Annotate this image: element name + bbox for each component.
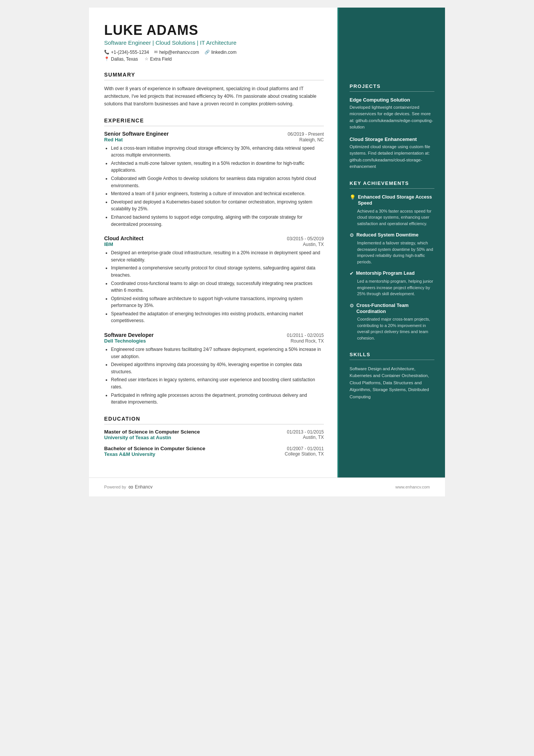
footer: Powered by ∞ Enhancv www.enhancv.com [89,477,445,496]
education-section: EDUCATION Master of Science in Computer … [104,416,324,457]
phone-item: 📞 +1-(234)-555-1234 [104,50,149,55]
job-1-location: Raleigh, NC [299,137,324,142]
job-3-bullets: Engineered core software features facili… [104,346,324,406]
edu-2-dates: 01/2007 - 01/2011 [287,446,324,451]
education-title: EDUCATION [104,416,324,424]
summary-text: With over 8 years of experience in softw… [104,85,324,108]
extra-field-text: Extra Field [150,56,172,62]
email-item: ✉ help@enhancv.com [154,50,199,55]
achievement-1-title: Enhanced Cloud Storage Access Speed [358,194,434,207]
summary-section: SUMMARY With over 8 years of experience … [104,72,324,108]
list-item: Developed and deployed a Kubernetes-base… [111,199,324,213]
achievement-2-desc: Implemented a failover strategy, which d… [350,240,434,265]
job-3-header: Software Developer 01/2011 - 02/2015 [104,332,324,338]
list-item: Collaborated with Google Anthos to devel… [111,175,324,189]
job-3-company-row: Dell Technologies Round Rock, TX [104,338,324,344]
enhancv-icon: ∞ [128,483,133,491]
job-1-company-row: Red Hat Raleigh, NC [104,137,324,142]
project-1: Edge Computing Solution Developed lightw… [350,97,434,130]
enhancv-logo: ∞ Enhancv [128,483,153,491]
footer-website: www.enhancv.com [395,485,430,489]
skills-section: SKILLS Software Design and Architecture,… [350,352,434,400]
achievement-4: ⚙ Cross-Functional Team Coordination Coo… [350,302,434,341]
achievement-4-icon: ⚙ [350,303,354,309]
header: LUKE ADAMS Software Engineer | Cloud Sol… [104,23,324,62]
edu-2: Bachelor of Science in Computer Science … [104,446,324,457]
job-3-title: Software Developer [104,332,154,338]
extra-field-item: ☆ Extra Field [145,56,172,62]
header-subtitle: Software Engineer | Cloud Solutions | IT… [104,39,324,46]
edu-2-degree: Bachelor of Science in Computer Science [104,446,205,451]
edu-2-header: Bachelor of Science in Computer Science … [104,446,324,451]
achievement-2-header: ⚙ Reduced System Downtime [350,232,434,238]
resume-wrapper: LUKE ADAMS Software Engineer | Cloud Sol… [89,8,445,496]
job-1: Senior Software Engineer 06/2019 - Prese… [104,131,324,228]
star-icon: ☆ [145,56,148,61]
job-1-bullets: Led a cross-team initiative improving cl… [104,145,324,228]
job-2-dates: 03/2015 - 05/2019 [287,236,324,241]
location-icon: 📍 [104,56,109,61]
list-item: Refined user interfaces in legacy system… [111,376,324,390]
list-item: Developed algorithms improving data proc… [111,361,324,375]
powered-by-label: Powered by [104,485,126,489]
edu-1-location: Austin, TX [303,435,324,440]
achievement-1-icon: 💡 [350,194,356,200]
job-2: Cloud Architect 03/2015 - 05/2019 IBM Au… [104,235,324,324]
achievement-3-title: Mentorship Program Lead [356,270,415,276]
contact-row: 📞 +1-(234)-555-1234 ✉ help@enhancv.com 🔗… [104,50,324,55]
right-column: PROJECTS Edge Computing Solution Develop… [339,8,445,477]
projects-title: PROJECTS [350,83,434,92]
list-item: Led a cross-team initiative improving cl… [111,145,324,159]
achievement-2: ⚙ Reduced System Downtime Implemented a … [350,232,434,265]
list-item: Architected a multi-zone failover system… [111,160,324,174]
achievement-3-desc: Led a mentorship program, helping junior… [350,278,434,297]
linkedin-icon: 🔗 [205,50,210,55]
list-item: Engineered core software features facili… [111,346,324,360]
edu-2-school: Texas A&M University [104,451,155,457]
job-2-company: IBM [104,241,113,247]
job-1-header: Senior Software Engineer 06/2019 - Prese… [104,131,324,137]
job-1-company: Red Hat [104,137,123,142]
edu-1-dates: 01/2013 - 01/2015 [287,429,324,435]
skills-text: Software Design and Architecture, Kubern… [350,365,434,400]
resume-body: LUKE ADAMS Software Engineer | Cloud Sol… [89,8,445,477]
edu-1-school: University of Texas at Austin [104,435,171,440]
job-2-header: Cloud Architect 03/2015 - 05/2019 [104,235,324,241]
achievement-1-desc: Achieved a 30% faster access speed for c… [350,208,434,227]
edu-1-school-row: University of Texas at Austin Austin, TX [104,435,324,440]
experience-title: EXPERIENCE [104,117,324,126]
project-1-desc: Developed lightweight containerized micr… [350,104,434,130]
job-3: Software Developer 01/2011 - 02/2015 Del… [104,332,324,406]
phone-number: +1-(234)-555-1234 [111,50,149,55]
location-text: Dallas, Texas [111,56,138,62]
achievement-2-icon: ⚙ [350,232,354,238]
list-item: Mentored a team of 8 junior engineers, f… [111,190,324,197]
brand-name: Enhancv [135,484,153,490]
job-2-bullets: Designed an enterprise-grade cloud infra… [104,249,324,324]
list-item: Participated in refining agile processes… [111,392,324,406]
project-2-title: Cloud Storage Enhancement [350,136,434,142]
job-1-dates: 06/2019 - Present [288,131,324,137]
experience-section: EXPERIENCE Senior Software Engineer 06/2… [104,117,324,406]
edu-2-school-row: Texas A&M University College Station, TX [104,451,324,457]
list-item: Implemented a comprehensive security pro… [111,265,324,279]
achievement-4-title: Cross-Functional Team Coordination [356,302,434,315]
job-3-company: Dell Technologies [104,338,146,344]
edu-1: Master of Science in Computer Science 01… [104,429,324,440]
achievement-3: ✔ Mentorship Program Lead Led a mentorsh… [350,270,434,297]
job-2-title: Cloud Architect [104,235,144,241]
edu-1-header: Master of Science in Computer Science 01… [104,429,324,435]
list-item: Coordinated cross-functional teams to al… [111,280,324,294]
achievements-section: KEY ACHIEVEMENTS 💡 Enhanced Cloud Storag… [350,180,434,341]
email-icon: ✉ [154,50,158,55]
achievement-1-header: 💡 Enhanced Cloud Storage Access Speed [350,194,434,207]
skills-title: SKILLS [350,352,434,360]
achievement-4-desc: Coordinated major cross-team projects, c… [350,316,434,341]
list-item: Optimized existing software architecture… [111,295,324,309]
left-column: LUKE ADAMS Software Engineer | Cloud Sol… [89,8,339,477]
achievements-title: KEY ACHIEVEMENTS [350,180,434,189]
phone-icon: 📞 [104,50,109,55]
job-1-title: Senior Software Engineer [104,131,169,137]
projects-section: PROJECTS Edge Computing Solution Develop… [350,83,434,170]
location-item: 📍 Dallas, Texas [104,56,138,62]
